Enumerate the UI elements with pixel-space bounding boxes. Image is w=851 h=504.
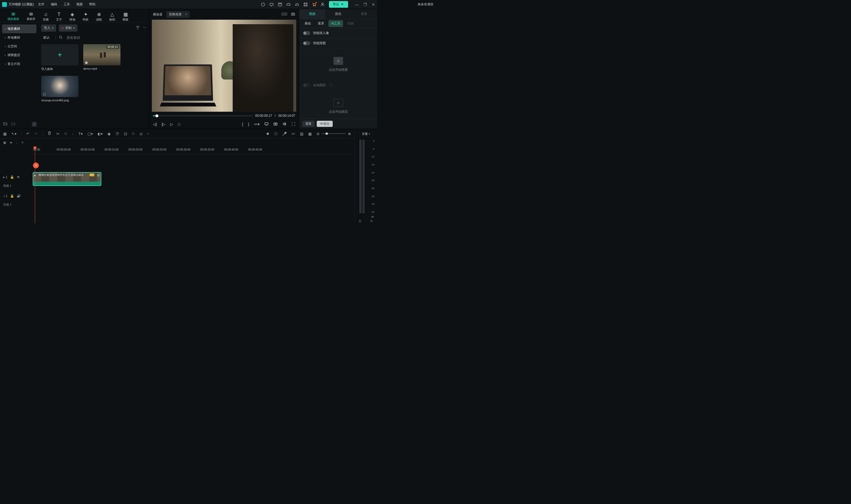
menu-tools[interactable]: 工具: [64, 2, 70, 7]
text-icon[interactable]: T▾: [78, 132, 83, 136]
minimize-button[interactable]: —: [355, 2, 359, 7]
fullscreen-icon[interactable]: ⛶: [291, 122, 295, 126]
mute-icon[interactable]: 🔊: [17, 194, 21, 198]
tab-stock[interactable]: 素材库: [24, 11, 38, 22]
zoom-in-icon[interactable]: ⊕: [348, 132, 351, 136]
eye-icon[interactable]: 👁: [17, 175, 20, 179]
zoom-slider[interactable]: [322, 133, 346, 134]
tl-clip-icon[interactable]: ▣: [3, 141, 6, 144]
sidebar-collapse-button[interactable]: ‹: [32, 122, 37, 127]
crop-icon[interactable]: ⧉: [65, 131, 67, 136]
export-button[interactable]: 导出: [329, 1, 348, 8]
menu-help[interactable]: 帮助: [89, 2, 95, 7]
tab-stickers[interactable]: △贴纸: [107, 11, 118, 22]
filter-icon[interactable]: [135, 25, 140, 31]
user-icon[interactable]: [321, 2, 325, 7]
display-icon[interactable]: [264, 122, 269, 127]
save-icon[interactable]: [278, 2, 282, 7]
link-icon[interactable]: ⧉: [132, 131, 134, 136]
lock-icon[interactable]: 🔓: [10, 175, 14, 179]
headset-icon[interactable]: [295, 2, 299, 7]
tl-more-icon[interactable]: ›: [146, 133, 150, 134]
tab-audio[interactable]: ♫音频: [40, 11, 51, 22]
snapshot-icon[interactable]: [291, 12, 295, 17]
lang-button[interactable]: 中/英文: [317, 121, 333, 127]
sidebar-project-media[interactable]: ▸项目素材: [2, 24, 36, 33]
lock-icon[interactable]: 🔓: [10, 194, 14, 198]
close-button[interactable]: ✕: [372, 2, 375, 7]
menu-file[interactable]: 文件: [38, 2, 44, 7]
grid-icon[interactable]: ▦: [308, 132, 312, 136]
import-media-card[interactable]: + 导入媒体: [41, 44, 78, 71]
marker-icon[interactable]: ✹: [266, 132, 269, 136]
tab-transition[interactable]: ◈转场: [67, 11, 78, 22]
rp-tab-speed[interactable]: 变速: [351, 9, 377, 19]
frame-icon[interactable]: ▢▾: [88, 132, 93, 136]
volume-icon[interactable]: [283, 122, 287, 127]
cutout-placeholder[interactable]: 点击开始抠图: [299, 49, 377, 80]
delete-icon[interactable]: [47, 131, 52, 136]
maximize-button[interactable]: ❐: [364, 2, 367, 7]
split-icon[interactable]: ✂: [56, 132, 59, 136]
sidebar-compound[interactable]: ▸复合片段: [2, 59, 36, 68]
import-button[interactable]: 导入: [41, 24, 56, 32]
cart-icon[interactable]: [312, 2, 316, 7]
compare-icon[interactable]: ◫◫: [282, 12, 287, 17]
rp-sub-basic[interactable]: 基础: [302, 20, 313, 27]
rp-sub-mask[interactable]: 遮罩: [315, 20, 327, 27]
mic-icon[interactable]: 🎤: [282, 132, 287, 136]
prev-frame-button[interactable]: ◁|: [153, 122, 157, 126]
next-frame-button[interactable]: |▷: [162, 122, 166, 126]
toggle-smart-cutout[interactable]: [303, 41, 310, 45]
audio-track-icon[interactable]: ♪ 1: [3, 194, 7, 198]
folder-icon[interactable]: [11, 122, 15, 127]
sidebar-adjust-layer[interactable]: ▸调整图层: [2, 51, 36, 59]
rp-tab-color[interactable]: 颜色: [325, 9, 351, 19]
sort-dropdown[interactable]: 默认: [41, 34, 53, 41]
menu-edit[interactable]: 编辑: [51, 2, 57, 7]
mark-in-button[interactable]: {: [242, 122, 243, 126]
sidebar-cloud[interactable]: ▸云空间: [2, 42, 36, 51]
color-icon[interactable]: ◉: [107, 132, 111, 136]
mark-out-button[interactable]: }: [248, 122, 249, 126]
shield-icon[interactable]: ⬡: [274, 132, 277, 136]
folder-add-icon[interactable]: [3, 122, 7, 127]
stop-button[interactable]: □: [178, 122, 180, 126]
track-placeholder[interactable]: ⊙ 点击开始跟踪: [299, 90, 377, 119]
rp-sub-ai[interactable]: AI工具: [328, 20, 343, 27]
zoom-out-icon[interactable]: ⊖: [316, 132, 320, 136]
quality-select[interactable]: 完整画质: [166, 11, 189, 18]
cloud-icon[interactable]: [286, 2, 291, 7]
marker-list-button[interactable]: ≔▾: [254, 122, 259, 126]
timeline-ruler[interactable]: :00:00 00:00:05:00 00:00:10:00 00:00:15:…: [31, 146, 354, 155]
tab-filters[interactable]: ⊗滤镜: [93, 11, 105, 22]
cut-marker[interactable]: ✂: [33, 162, 39, 168]
rp-tab-video[interactable]: 视频: [299, 9, 325, 19]
tl-snap-icon[interactable]: ✧: [21, 141, 24, 144]
focus-icon[interactable]: ⊡: [124, 132, 127, 136]
toggle-smart-portrait[interactable]: [303, 31, 310, 35]
media-item-demo[interactable]: 00:00:14▣ demo.mp4: [83, 44, 121, 71]
record-status-icon[interactable]: [261, 2, 265, 7]
play-button[interactable]: ▷: [170, 122, 173, 126]
group-icon[interactable]: ▣: [139, 132, 143, 136]
timeline-clip[interactable]: ▸ 网课结束后老师和学生在互说再见镜头 VIP ⊙: [33, 172, 101, 186]
video-track-icon[interactable]: ▸ 1: [3, 175, 7, 179]
undo-icon[interactable]: ↶: [26, 132, 30, 136]
menu-view[interactable]: 视图: [76, 2, 83, 7]
preview-scrubber[interactable]: [153, 115, 253, 116]
monitor-icon[interactable]: [269, 2, 274, 7]
tl-magnet-icon[interactable]: ⫰: [16, 141, 18, 144]
speed-icon[interactable]: ◐▾: [97, 132, 103, 136]
reset-button[interactable]: 重置: [302, 121, 314, 127]
search-input[interactable]: [66, 35, 146, 41]
audio-icon[interactable]: ♪: [72, 132, 74, 136]
media-item-vlcsnap[interactable]: ▢ vlcsnap-error480.png: [41, 76, 78, 102]
timer-icon[interactable]: ⏱: [115, 132, 119, 136]
apps-icon[interactable]: [304, 2, 308, 7]
tl-cursor-icon[interactable]: ↖▾: [12, 132, 17, 136]
record-button[interactable]: 录制: [59, 24, 77, 32]
camera-icon[interactable]: [273, 122, 278, 127]
tab-templates[interactable]: ▦模板: [120, 11, 131, 22]
list-icon[interactable]: ≔: [291, 132, 295, 136]
